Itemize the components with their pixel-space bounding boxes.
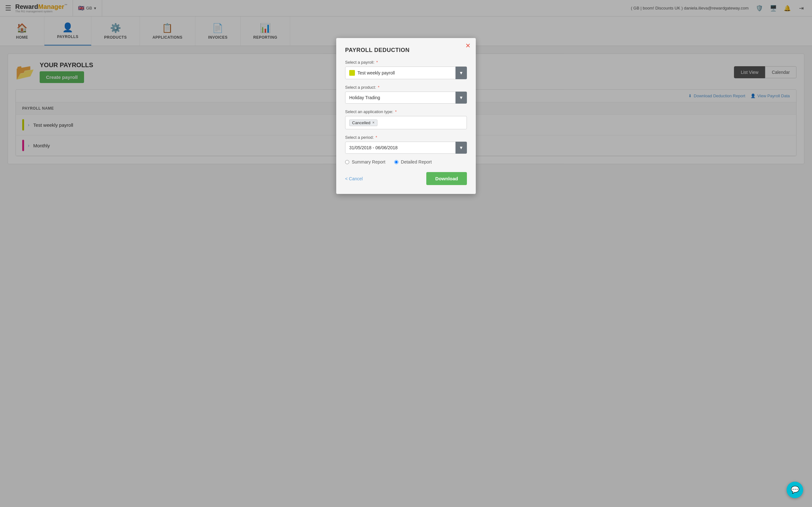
summary-report-text: Summary Report [352, 159, 386, 164]
payroll-select-chevron[interactable]: ▼ [455, 66, 467, 79]
product-select[interactable]: Holiday Trading [345, 92, 467, 104]
required-marker-2: * [378, 85, 379, 90]
detailed-report-label[interactable]: Detailed Report [394, 159, 432, 164]
product-select-wrapper: Holiday Trading ▼ [345, 92, 467, 104]
app-type-tags-input[interactable]: Cancelled × [345, 116, 467, 129]
radio-group: Summary Report Detailed Report [345, 159, 467, 164]
selected-period-text: 31/05/2018 - 06/06/2018 [349, 145, 398, 150]
summary-report-label[interactable]: Summary Report [345, 159, 386, 164]
select-period-label: Select a period: * [345, 135, 467, 140]
cancelled-tag: Cancelled × [349, 119, 377, 126]
selected-payroll-text: Test weekly payroll [357, 70, 395, 75]
modal-overlay: ✕ PAYROLL DEDUCTION Select a payroll: * … [0, 0, 812, 172]
report-type-group: Summary Report Detailed Report [345, 159, 467, 164]
detailed-report-text: Detailed Report [401, 159, 432, 164]
period-select-chevron[interactable]: ▼ [455, 142, 467, 154]
detailed-report-radio[interactable] [394, 160, 398, 164]
select-payroll-label: Select a payroll: * [345, 60, 467, 65]
select-period-group: Select a period: * 31/05/2018 - 06/06/20… [345, 135, 467, 154]
modal-close-button[interactable]: ✕ [465, 42, 471, 49]
select-payroll-group: Select a payroll: * Test weekly payroll … [345, 60, 467, 79]
select-app-type-label: Select an application type: * [345, 109, 467, 114]
payroll-deduction-modal: ✕ PAYROLL DEDUCTION Select a payroll: * … [336, 38, 476, 172]
select-product-group: Select a product: * Holiday Trading ▼ [345, 85, 467, 104]
selected-product-text: Holiday Trading [349, 95, 380, 100]
summary-report-radio[interactable] [345, 160, 349, 164]
payroll-color-dot [349, 70, 355, 76]
select-app-type-group: Select an application type: * Cancelled … [345, 109, 467, 129]
period-select-wrapper: 31/05/2018 - 06/06/2018 ▼ [345, 142, 467, 154]
payroll-select-wrapper: Test weekly payroll ▼ [345, 66, 467, 79]
payroll-select[interactable]: Test weekly payroll [345, 66, 467, 79]
required-marker-1: * [376, 60, 378, 65]
select-product-label: Select a product: * [345, 85, 467, 90]
period-select[interactable]: 31/05/2018 - 06/06/2018 [345, 142, 467, 154]
tag-label: Cancelled [352, 120, 370, 125]
product-select-chevron[interactable]: ▼ [455, 92, 467, 104]
required-marker-3: * [395, 109, 397, 114]
required-marker-4: * [375, 135, 377, 140]
modal-title: PAYROLL DEDUCTION [345, 47, 467, 54]
tag-remove-button[interactable]: × [372, 120, 374, 125]
